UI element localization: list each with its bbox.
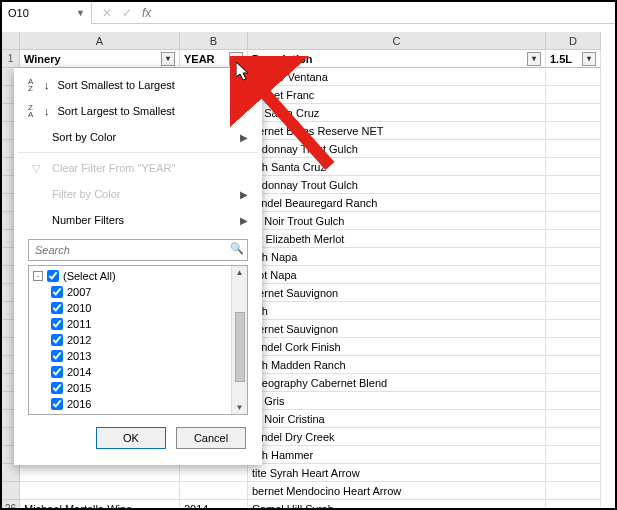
cell[interactable] [546,104,601,122]
sort-asc[interactable]: AZ↓ Sort Smallest to Largest [18,72,258,98]
header-description[interactable]: Description▾ [248,50,546,68]
cell[interactable]: ot Noir Cristina [248,410,546,428]
cell[interactable] [546,500,601,510]
checkbox[interactable] [51,302,63,314]
cell[interactable] [180,464,248,482]
filter-value-item[interactable]: 2012 [33,332,227,348]
cell[interactable] [546,212,601,230]
cell[interactable]: rah Santa Cruz [248,158,546,176]
checkbox[interactable] [51,350,63,362]
cell[interactable]: bernet Bates Reserve NET [248,122,546,140]
filter-value-item[interactable]: 2015 [33,380,227,396]
cell[interactable]: rah [248,302,546,320]
cell[interactable]: rah Hammer [248,446,546,464]
check-icon[interactable]: ✓ [122,6,132,20]
filter-button-winery[interactable]: ▾ [161,52,175,66]
search-input[interactable] [28,239,248,261]
cell[interactable] [546,194,601,212]
cell[interactable] [20,464,180,482]
filter-value-item[interactable]: 2013 [33,348,227,364]
filter-button-year[interactable]: ▾ [229,52,243,66]
number-filters[interactable]: Number Filters ▶ [18,207,258,233]
cell[interactable]: ot Noir Trout Gulch [248,212,546,230]
cell[interactable]: rlot Napa [248,266,546,284]
fx-icon[interactable]: fx [142,6,151,20]
checkbox[interactable] [51,318,63,330]
filter-value-item[interactable]: 2011 [33,316,227,332]
cell[interactable] [546,302,601,320]
checkbox[interactable] [51,286,63,298]
cell[interactable]: fandel Cork Finish [248,338,546,356]
filter-value-item[interactable]: 2014 [33,364,227,380]
checkbox[interactable] [51,382,63,394]
checkbox[interactable] [51,366,63,378]
cell[interactable] [546,140,601,158]
filter-button-1-5l[interactable]: ▾ [582,52,596,66]
cell[interactable] [546,284,601,302]
cell[interactable]: 2014 [180,500,248,510]
cell[interactable] [546,122,601,140]
cell[interactable] [546,320,601,338]
filter-value-item[interactable]: 2010 [33,300,227,316]
cell[interactable] [546,86,601,104]
filter-value-item[interactable]: 2016 [33,396,227,412]
cell[interactable]: ot Noir Ventana [248,68,546,86]
cell[interactable]: fandel Dry Creek [248,428,546,446]
header-winery[interactable]: Winery▾ [20,50,180,68]
cell[interactable]: ot Gris [248,392,546,410]
cell[interactable]: bernet Mendocino Heart Arrow [248,482,546,500]
scroll-up-icon[interactable]: ▲ [236,266,244,279]
cell[interactable] [546,428,601,446]
cell[interactable] [20,482,180,500]
collapse-icon[interactable]: - [33,271,43,281]
cell[interactable]: oreography Cabernet Blend [248,374,546,392]
cell[interactable]: rah Madden Ranch [248,356,546,374]
cell[interactable] [546,176,601,194]
cell[interactable]: bernet Franc [248,86,546,104]
cell[interactable]: rah Napa [248,248,546,266]
cell[interactable] [546,356,601,374]
scroll-down-icon[interactable]: ▼ [236,401,244,414]
cell[interactable]: ardonnay Trout Gulch [248,176,546,194]
cell[interactable]: tite Syrah Heart Arrow [248,464,546,482]
filter-value-item[interactable]: 2007 [33,284,227,300]
cell[interactable] [546,410,601,428]
col-header-d[interactable]: D [546,32,601,50]
header-year[interactable]: YEAR▾ [180,50,248,68]
scrollbar[interactable]: ▲ ▼ [231,266,247,414]
checkbox[interactable] [51,334,63,346]
cell[interactable]: Camel Hill Syrah [248,500,546,510]
cell[interactable] [546,482,601,500]
col-header-a[interactable]: A [20,32,180,50]
cell[interactable]: ily Elizabeth Merlot [248,230,546,248]
cell[interactable] [546,230,601,248]
cell[interactable] [546,338,601,356]
select-all-corner[interactable] [2,32,20,50]
col-header-c[interactable]: C [248,32,546,50]
row-header[interactable] [2,482,20,500]
cell[interactable]: bernet Sauvignon [248,320,546,338]
cancel-button[interactable]: Cancel [176,427,246,449]
cell[interactable]: ardonnay Trout Gulch [248,140,546,158]
row-header[interactable]: 1 [2,50,20,68]
cell[interactable]: ot Santa Cruz [248,104,546,122]
sort-desc[interactable]: ZA↓ Sort Largest to Smallest [18,98,258,124]
cell[interactable] [546,266,601,284]
cell[interactable] [546,158,601,176]
header-1-5l[interactable]: 1.5L▾ [546,50,601,68]
sort-by-color[interactable]: Sort by Color ▶ [18,124,258,150]
filter-value-item[interactable]: -(Select All) [33,268,227,284]
cell[interactable] [546,392,601,410]
cell[interactable] [546,248,601,266]
cell[interactable]: Michael Martella Wine [20,500,180,510]
cell[interactable] [180,482,248,500]
ok-button[interactable]: OK [96,427,166,449]
checkbox[interactable] [47,270,59,282]
row-header[interactable]: 26 [2,500,20,510]
cell[interactable]: fandel Beauregard Ranch [248,194,546,212]
col-header-b[interactable]: B [180,32,248,50]
filter-button-description[interactable]: ▾ [527,52,541,66]
scroll-thumb[interactable] [235,312,245,382]
cancel-icon[interactable]: ✕ [102,6,112,20]
cell[interactable] [546,464,601,482]
